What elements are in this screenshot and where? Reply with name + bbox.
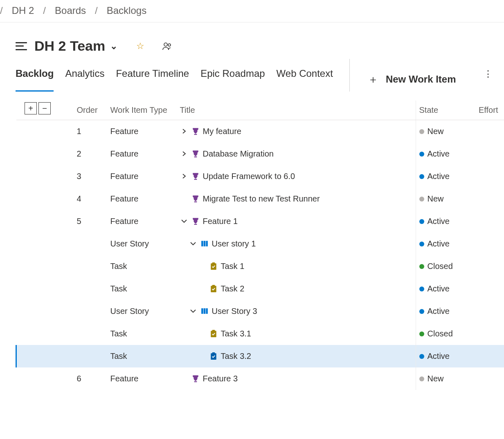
- breadcrumb-sep: /: [43, 5, 46, 16]
- feature-icon: [191, 195, 200, 203]
- task-icon: [209, 284, 218, 293]
- row-order: 2: [74, 143, 107, 165]
- row-state: Active: [416, 143, 475, 165]
- row-type: Task: [107, 323, 177, 345]
- row-effort: [475, 323, 504, 345]
- chevron-down-icon: ⌄: [110, 41, 117, 52]
- chevron-down-icon[interactable]: [189, 309, 197, 314]
- row-title[interactable]: Feature 3: [203, 374, 238, 383]
- breadcrumb-boards[interactable]: Boards: [55, 5, 86, 16]
- row-order: [74, 300, 107, 323]
- team-selector[interactable]: DH 2 Team ⌄: [34, 38, 117, 54]
- row-state: Active: [416, 233, 475, 255]
- row-title[interactable]: Task 3.2: [221, 352, 251, 361]
- row-effort: [475, 345, 504, 367]
- backlog-pane: + − Order Work Item Type Title State Eff…: [16, 101, 504, 390]
- row-type: Feature: [107, 188, 177, 210]
- row-type: Feature: [107, 367, 177, 390]
- row-effort: [475, 188, 504, 210]
- table-row[interactable]: 6FeatureFeature 3New: [16, 367, 504, 390]
- favorite-star-icon[interactable]: ☆: [136, 41, 144, 52]
- col-order-header[interactable]: Order: [74, 101, 107, 120]
- table-row[interactable]: TaskTask 1Closed: [16, 255, 504, 278]
- tab-analytics[interactable]: Analytics: [65, 65, 104, 92]
- col-title-header[interactable]: Title: [177, 101, 416, 120]
- row-type: Feature: [107, 143, 177, 165]
- table-row[interactable]: 4FeatureMigrate Test to new Test RunnerN…: [16, 188, 504, 210]
- chevron-right-icon[interactable]: [180, 129, 188, 134]
- toolbar-separator: [349, 59, 350, 92]
- table-row[interactable]: TaskTask 2Active: [16, 278, 504, 300]
- row-title[interactable]: Update Framework to 6.0: [203, 172, 295, 181]
- table-row[interactable]: 5FeatureFeature 1Active: [16, 210, 504, 233]
- breadcrumb-project[interactable]: DH 2: [12, 5, 34, 16]
- table-row[interactable]: 1FeatureMy featureNew: [16, 120, 504, 143]
- row-title[interactable]: My feature: [203, 127, 241, 136]
- state-text: Active: [428, 217, 450, 226]
- chevron-right-icon[interactable]: [180, 151, 188, 156]
- tab-feature-timeline[interactable]: Feature Timeline: [116, 65, 189, 92]
- new-work-item-button[interactable]: ＋ New Work Item: [368, 67, 456, 92]
- row-order: 6: [74, 367, 107, 390]
- row-title[interactable]: Database Migration: [203, 149, 274, 159]
- row-effort: [475, 255, 504, 278]
- row-effort: [475, 367, 504, 390]
- userstory-icon: [200, 307, 209, 315]
- chevron-down-icon[interactable]: [189, 241, 197, 246]
- tab-web-context[interactable]: Web Context: [277, 65, 333, 92]
- row-effort: [475, 210, 504, 233]
- new-work-item-label: New Work Item: [386, 74, 456, 85]
- row-type: Feature: [107, 165, 177, 188]
- row-title[interactable]: Task 3.1: [221, 329, 251, 338]
- tab-backlog[interactable]: Backlog: [16, 65, 54, 92]
- state-dot-icon: [419, 354, 424, 359]
- row-title[interactable]: Feature 1: [203, 217, 238, 226]
- breadcrumb-backlogs[interactable]: Backlogs: [107, 5, 146, 16]
- tab-epic-roadmap[interactable]: Epic Roadmap: [200, 65, 265, 92]
- state-dot-icon: [419, 376, 424, 381]
- row-title[interactable]: Migrate Test to new Test Runner: [203, 194, 320, 204]
- table-row[interactable]: User StoryUser Story 3Active: [16, 300, 504, 323]
- state-text: Active: [428, 172, 450, 181]
- state-dot-icon: [419, 129, 424, 134]
- state-text: New: [428, 194, 444, 203]
- table-row[interactable]: User StoryUser story 1Active: [16, 233, 504, 255]
- row-title[interactable]: Task 2: [221, 284, 245, 293]
- chevron-right-icon[interactable]: [180, 174, 188, 179]
- row-effort: [475, 233, 504, 255]
- state-dot-icon: [419, 242, 424, 246]
- menu-icon[interactable]: [16, 42, 27, 50]
- chevron-down-icon[interactable]: [180, 219, 188, 224]
- row-title[interactable]: User story 1: [212, 239, 256, 249]
- row-order: 3: [74, 165, 107, 188]
- collapse-all-button[interactable]: −: [38, 102, 51, 114]
- more-actions-button[interactable]: ⋮: [484, 69, 493, 92]
- row-type: Task: [107, 345, 177, 367]
- col-effort-header[interactable]: Effort: [475, 101, 504, 120]
- state-dot-icon: [419, 287, 424, 291]
- row-order: [74, 255, 107, 278]
- row-state: Closed: [416, 323, 475, 345]
- row-effort: [475, 120, 504, 143]
- table-row[interactable]: TaskTask 3.2Active: [16, 345, 504, 367]
- expand-all-button[interactable]: +: [25, 102, 37, 114]
- state-text: Active: [428, 307, 450, 316]
- state-dot-icon: [419, 219, 424, 224]
- feature-icon: [191, 172, 200, 180]
- plus-icon: ＋: [368, 72, 378, 87]
- state-dot-icon: [419, 264, 424, 269]
- table-row[interactable]: TaskTask 3.1Closed: [16, 323, 504, 345]
- row-state: Active: [416, 210, 475, 233]
- people-icon[interactable]: [162, 42, 172, 50]
- row-order: 5: [74, 210, 107, 233]
- col-state-header[interactable]: State: [416, 101, 475, 120]
- col-type-header[interactable]: Work Item Type: [107, 101, 177, 120]
- state-text: Closed: [428, 329, 453, 338]
- feature-icon: [191, 127, 200, 135]
- table-row[interactable]: 2FeatureDatabase MigrationActive: [16, 143, 504, 165]
- table-row[interactable]: 3FeatureUpdate Framework to 6.0Active: [16, 165, 504, 188]
- feature-icon: [191, 374, 200, 383]
- row-title[interactable]: User Story 3: [212, 307, 257, 316]
- row-title[interactable]: Task 1: [221, 262, 245, 271]
- row-state: Active: [416, 345, 475, 367]
